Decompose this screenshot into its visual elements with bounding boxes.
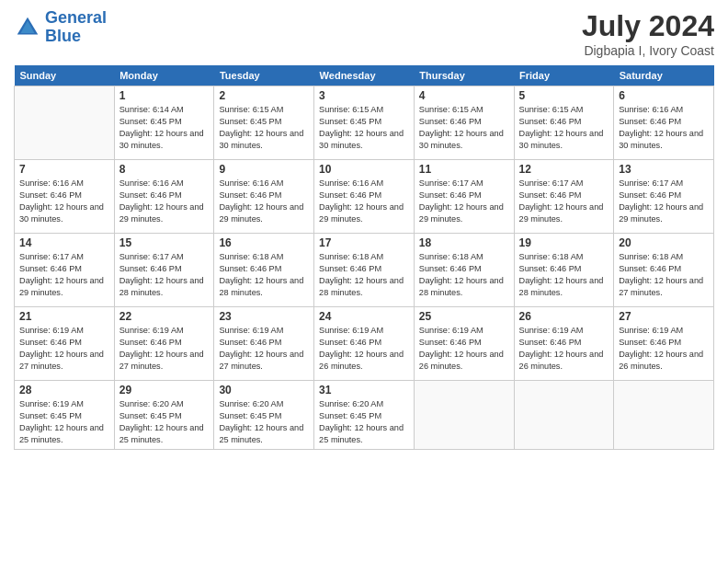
day-header-monday: Monday [114,65,214,86]
cell-content: Sunrise: 6:19 AMSunset: 6:46 PMDaylight:… [219,325,309,373]
calendar-cell: 7 Sunrise: 6:16 AMSunset: 6:46 PMDayligh… [15,160,115,234]
date-number: 3 [319,89,409,102]
calendar-cell: 1 Sunrise: 6:14 AMSunset: 6:45 PMDayligh… [114,86,214,160]
cell-content: Sunrise: 6:18 AMSunset: 6:46 PMDaylight:… [319,251,409,299]
cell-content: Sunrise: 6:18 AMSunset: 6:46 PMDaylight:… [519,251,609,299]
calendar-cell: 14 Sunrise: 6:17 AMSunset: 6:46 PMDaylig… [15,234,115,307]
cell-content: Sunrise: 6:19 AMSunset: 6:46 PMDaylight:… [319,325,409,373]
date-number: 8 [119,163,210,176]
day-header-friday: Friday [514,65,614,86]
cell-content: Sunrise: 6:19 AMSunset: 6:46 PMDaylight:… [619,325,709,373]
calendar-cell [514,381,614,450]
cell-content: Sunrise: 6:19 AMSunset: 6:45 PMDaylight:… [19,398,109,446]
cell-content: Sunrise: 6:19 AMSunset: 6:46 PMDaylight:… [419,325,509,373]
date-number: 16 [219,236,309,249]
calendar-cell: 6 Sunrise: 6:16 AMSunset: 6:46 PMDayligh… [614,86,714,160]
calendar-cell: 4 Sunrise: 6:15 AMSunset: 6:46 PMDayligh… [414,86,514,160]
cell-content: Sunrise: 6:17 AMSunset: 6:46 PMDaylight:… [519,178,609,225]
date-number: 21 [19,310,109,323]
page: General Blue July 2024 Digbapia I, Ivory… [0,0,728,563]
calendar-cell: 28 Sunrise: 6:19 AMSunset: 6:45 PMDaylig… [15,381,115,450]
date-number: 24 [319,310,409,323]
cell-content: Sunrise: 6:17 AMSunset: 6:46 PMDaylight:… [119,251,210,299]
calendar-cell: 20 Sunrise: 6:18 AMSunset: 6:46 PMDaylig… [614,234,714,307]
date-number: 30 [219,384,309,396]
calendar-table: SundayMondayTuesdayWednesdayThursdayFrid… [14,65,714,450]
date-number: 22 [119,310,210,323]
cell-content: Sunrise: 6:20 AMSunset: 6:45 PMDaylight:… [219,398,309,446]
cell-content: Sunrise: 6:18 AMSunset: 6:46 PMDaylight:… [619,251,709,299]
day-header-thursday: Thursday [414,65,514,86]
date-number: 13 [619,163,709,176]
calendar-cell: 23 Sunrise: 6:19 AMSunset: 6:46 PMDaylig… [214,307,314,381]
date-number: 17 [319,236,409,249]
cell-content: Sunrise: 6:14 AMSunset: 6:45 PMDaylight:… [119,104,210,152]
week-row-2: 14 Sunrise: 6:17 AMSunset: 6:46 PMDaylig… [15,234,714,307]
calendar-cell [614,381,714,450]
date-number: 20 [619,236,709,249]
date-number: 4 [419,89,509,102]
logo-blue: Blue [45,27,81,45]
logo: General Blue [14,9,107,46]
calendar-cell: 15 Sunrise: 6:17 AMSunset: 6:46 PMDaylig… [114,234,214,307]
week-row-1: 7 Sunrise: 6:16 AMSunset: 6:46 PMDayligh… [15,160,714,234]
date-number: 28 [19,384,109,396]
calendar-cell [414,381,514,450]
calendar-cell: 26 Sunrise: 6:19 AMSunset: 6:46 PMDaylig… [514,307,614,381]
calendar-cell: 8 Sunrise: 6:16 AMSunset: 6:46 PMDayligh… [114,160,214,234]
cell-content: Sunrise: 6:15 AMSunset: 6:46 PMDaylight:… [419,104,509,152]
week-row-3: 21 Sunrise: 6:19 AMSunset: 6:46 PMDaylig… [15,307,714,381]
cell-content: Sunrise: 6:16 AMSunset: 6:46 PMDaylight:… [319,178,409,225]
cell-content: Sunrise: 6:19 AMSunset: 6:46 PMDaylight:… [119,325,210,373]
cell-content: Sunrise: 6:16 AMSunset: 6:46 PMDaylight:… [219,178,309,225]
cell-content: Sunrise: 6:18 AMSunset: 6:46 PMDaylight:… [419,251,509,299]
logo-general: General [45,8,107,27]
date-number: 2 [219,89,309,102]
calendar-cell: 29 Sunrise: 6:20 AMSunset: 6:45 PMDaylig… [114,381,214,450]
header-row: SundayMondayTuesdayWednesdayThursdayFrid… [15,65,714,86]
date-number: 15 [119,236,210,249]
calendar-cell: 18 Sunrise: 6:18 AMSunset: 6:46 PMDaylig… [414,234,514,307]
calendar-cell: 11 Sunrise: 6:17 AMSunset: 6:46 PMDaylig… [414,160,514,234]
date-number: 10 [319,163,409,176]
location: Digbapia I, Ivory Coast [582,43,714,58]
month-year: July 2024 [582,9,714,43]
cell-content: Sunrise: 6:17 AMSunset: 6:46 PMDaylight:… [419,178,509,225]
calendar-cell: 24 Sunrise: 6:19 AMSunset: 6:46 PMDaylig… [314,307,415,381]
calendar-cell: 30 Sunrise: 6:20 AMSunset: 6:45 PMDaylig… [214,381,314,450]
date-number: 19 [519,236,609,249]
calendar-cell: 2 Sunrise: 6:15 AMSunset: 6:45 PMDayligh… [214,86,314,160]
week-row-0: 1 Sunrise: 6:14 AMSunset: 6:45 PMDayligh… [15,86,714,160]
date-number: 11 [419,163,509,176]
calendar-cell: 21 Sunrise: 6:19 AMSunset: 6:46 PMDaylig… [15,307,115,381]
calendar-cell: 13 Sunrise: 6:17 AMSunset: 6:46 PMDaylig… [614,160,714,234]
week-row-4: 28 Sunrise: 6:19 AMSunset: 6:45 PMDaylig… [15,381,714,450]
calendar-cell: 22 Sunrise: 6:19 AMSunset: 6:46 PMDaylig… [114,307,214,381]
date-number: 31 [319,384,409,396]
cell-content: Sunrise: 6:15 AMSunset: 6:45 PMDaylight:… [219,104,309,152]
cell-content: Sunrise: 6:19 AMSunset: 6:46 PMDaylight:… [519,325,609,373]
cell-content: Sunrise: 6:17 AMSunset: 6:46 PMDaylight:… [619,178,709,225]
calendar-cell: 16 Sunrise: 6:18 AMSunset: 6:46 PMDaylig… [214,234,314,307]
cell-content: Sunrise: 6:16 AMSunset: 6:46 PMDaylight:… [119,178,210,225]
date-number: 26 [519,310,609,323]
title-block: July 2024 Digbapia I, Ivory Coast [582,9,714,58]
date-number: 1 [119,89,210,102]
date-number: 12 [519,163,609,176]
calendar-cell: 3 Sunrise: 6:15 AMSunset: 6:45 PMDayligh… [314,86,415,160]
date-number: 27 [619,310,709,323]
day-header-tuesday: Tuesday [214,65,314,86]
calendar-cell [15,86,115,160]
calendar-cell: 27 Sunrise: 6:19 AMSunset: 6:46 PMDaylig… [614,307,714,381]
header: General Blue July 2024 Digbapia I, Ivory… [14,9,714,58]
cell-content: Sunrise: 6:20 AMSunset: 6:45 PMDaylight:… [119,398,210,446]
calendar-cell: 17 Sunrise: 6:18 AMSunset: 6:46 PMDaylig… [314,234,415,307]
cell-content: Sunrise: 6:19 AMSunset: 6:46 PMDaylight:… [19,325,109,373]
logo-text: General Blue [45,9,107,46]
day-header-wednesday: Wednesday [314,65,415,86]
date-number: 25 [419,310,509,323]
day-header-saturday: Saturday [614,65,714,86]
calendar-cell: 12 Sunrise: 6:17 AMSunset: 6:46 PMDaylig… [514,160,614,234]
calendar-cell: 19 Sunrise: 6:18 AMSunset: 6:46 PMDaylig… [514,234,614,307]
date-number: 23 [219,310,309,323]
